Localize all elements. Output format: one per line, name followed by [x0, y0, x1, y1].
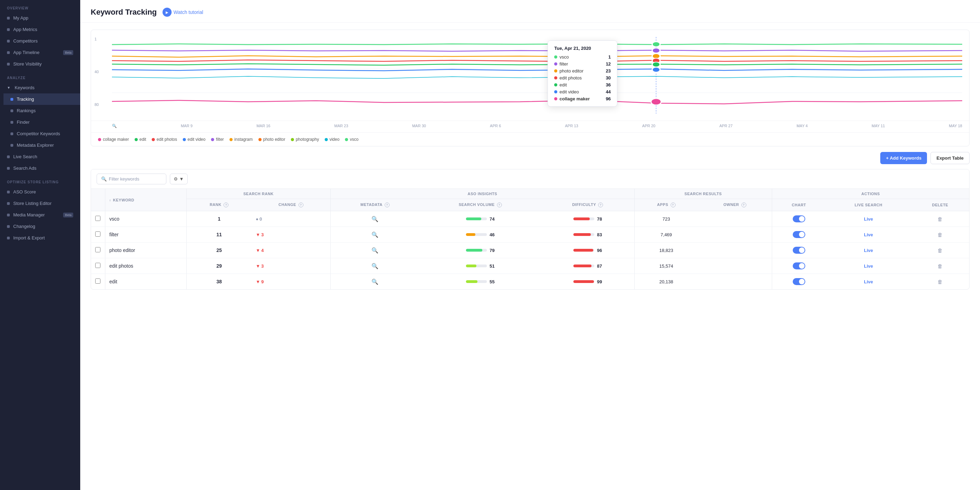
live-search-link[interactable]: Live — [864, 232, 873, 237]
sidebar-item-media-manager[interactable]: Media Manager Beta — [0, 209, 80, 220]
legend-item-edit-video[interactable]: edit video — [183, 137, 205, 142]
sidebar-item-store-listing-editor[interactable]: Store Listing Editor — [0, 198, 80, 209]
metadata-info-icon[interactable]: ? — [385, 203, 390, 207]
td-chart[interactable] — [772, 258, 826, 274]
sidebar-item-my-app[interactable]: My App — [0, 12, 80, 24]
sidebar-item-tracking[interactable]: Tracking — [3, 94, 80, 105]
row-checkbox[interactable] — [95, 216, 100, 221]
row-checkbox[interactable] — [95, 279, 100, 284]
legend-item-edit-photos[interactable]: edit photos — [152, 137, 177, 142]
td-live-search[interactable]: Live — [826, 274, 911, 290]
chart-toggle[interactable] — [793, 247, 805, 254]
search-metadata-icon[interactable]: 🔍 — [371, 247, 379, 254]
td-metadata[interactable]: 🔍 — [330, 211, 419, 227]
row-checkbox[interactable] — [95, 263, 100, 268]
td-live-search[interactable]: Live — [826, 258, 911, 274]
live-search-link[interactable]: Live — [864, 216, 873, 222]
search-metadata-icon[interactable]: 🔍 — [371, 279, 379, 285]
row-checkbox[interactable] — [95, 232, 100, 236]
legend-item-collage-maker[interactable]: collage maker — [98, 137, 129, 142]
sidebar-item-competitor-keywords[interactable]: Competitor Keywords — [3, 128, 80, 140]
legend-item-filter[interactable]: filter — [211, 137, 224, 142]
rank-info-icon[interactable]: ? — [224, 203, 228, 207]
delete-icon[interactable]: 🗑 — [937, 279, 943, 285]
sidebar-item-app-timeline[interactable]: App Timeline Beta — [0, 47, 80, 58]
td-chart[interactable] — [772, 211, 826, 227]
td-delete[interactable]: 🗑 — [911, 243, 969, 258]
td-chart[interactable] — [772, 274, 826, 290]
sidebar-item-finder[interactable]: Finder — [3, 116, 80, 128]
chart-toggle-wrap[interactable] — [776, 247, 822, 254]
sidebar-item-search-ads[interactable]: Search Ads — [0, 162, 80, 174]
td-chart[interactable] — [772, 243, 826, 258]
add-keywords-button[interactable]: + Add Keywords — [880, 152, 927, 164]
td-checkbox[interactable] — [91, 258, 105, 274]
td-checkbox[interactable] — [91, 211, 105, 227]
sidebar-item-import-export[interactable]: Import & Export — [0, 232, 80, 244]
sidebar-item-metadata-explorer[interactable]: Metadata Explorer — [3, 140, 80, 151]
delete-icon[interactable]: 🗑 — [937, 232, 943, 238]
td-delete[interactable]: 🗑 — [911, 258, 969, 274]
chart-toggle-wrap[interactable] — [776, 262, 822, 270]
sidebar-item-app-metrics[interactable]: App Metrics — [0, 24, 80, 35]
sidebar-item-rankings[interactable]: Rankings — [3, 105, 80, 116]
difficulty-info-icon[interactable]: ? — [598, 203, 603, 207]
td-live-search[interactable]: Live — [826, 227, 911, 243]
search-metadata-icon[interactable]: 🔍 — [371, 263, 379, 269]
td-checkbox[interactable] — [91, 227, 105, 243]
filter-input-wrap[interactable]: 🔍 Filter keywords — [97, 174, 166, 184]
chart-toggle-wrap[interactable] — [776, 278, 822, 285]
legend-label: vsco — [350, 137, 358, 142]
live-search-link[interactable]: Live — [864, 248, 873, 253]
legend-item-video[interactable]: video — [325, 137, 340, 142]
legend-item-vsco[interactable]: vsco — [345, 137, 358, 142]
td-rank: 29 — [186, 258, 251, 274]
td-metadata[interactable]: 🔍 — [330, 227, 419, 243]
td-metadata[interactable]: 🔍 — [330, 274, 419, 290]
live-search-link[interactable]: Live — [864, 279, 873, 284]
td-delete[interactable]: 🗑 — [911, 274, 969, 290]
legend-item-instagram[interactable]: instagram — [229, 137, 253, 142]
td-checkbox[interactable] — [91, 274, 105, 290]
live-search-link[interactable]: Live — [864, 263, 873, 269]
watch-tutorial-link[interactable]: ▶ Watch tutorial — [162, 8, 203, 17]
chart-toggle[interactable] — [793, 231, 805, 238]
chart-toggle-wrap[interactable] — [776, 216, 822, 222]
td-live-search[interactable]: Live — [826, 243, 911, 258]
export-table-button[interactable]: Export Table — [931, 152, 969, 164]
td-live-search[interactable]: Live — [826, 211, 911, 227]
td-metadata[interactable]: 🔍 — [330, 258, 419, 274]
row-checkbox[interactable] — [95, 247, 100, 252]
legend-item-edit[interactable]: edit — [135, 137, 146, 142]
apps-info-icon[interactable]: ? — [671, 203, 676, 207]
delete-icon[interactable]: 🗑 — [937, 263, 943, 269]
chart-toggle-wrap[interactable] — [776, 231, 822, 238]
legend-item-photography[interactable]: photography — [291, 137, 319, 142]
chart-toggle[interactable] — [793, 216, 805, 222]
owner-info-icon[interactable]: ? — [741, 203, 746, 207]
td-delete[interactable]: 🗑 — [911, 227, 969, 243]
sidebar-item-competitors[interactable]: Competitors — [0, 35, 80, 47]
delete-icon[interactable]: 🗑 — [937, 247, 943, 254]
sidebar-item-store-visibility[interactable]: Store Visibility — [0, 58, 80, 70]
search-metadata-icon[interactable]: 🔍 — [371, 216, 379, 222]
filter-button[interactable]: ⚙ ▼ — [170, 174, 188, 184]
chart-toggle[interactable] — [793, 278, 805, 285]
sidebar-keywords-parent[interactable]: ▼ Keywords — [0, 82, 80, 94]
table-row: photo editor 25 ▼ 4 🔍 79 — [91, 243, 969, 258]
td-chart[interactable] — [772, 227, 826, 243]
legend-item-photo-editor[interactable]: photo editor — [258, 137, 285, 142]
td-metadata[interactable]: 🔍 — [330, 243, 419, 258]
search-volume-info-icon[interactable]: ? — [497, 203, 502, 207]
change-info-icon[interactable]: ? — [299, 203, 304, 207]
overview-section-label: OVERVIEW — [0, 0, 80, 12]
sidebar-item-live-search[interactable]: Live Search — [0, 151, 80, 162]
sidebar-item-aso-score[interactable]: ASO Score — [0, 186, 80, 198]
td-delete[interactable]: 🗑 — [911, 211, 969, 227]
td-checkbox[interactable] — [91, 243, 105, 258]
search-metadata-icon[interactable]: 🔍 — [371, 232, 379, 238]
sidebar-item-changelog[interactable]: Changelog — [0, 220, 80, 232]
apps-value: 18,823 — [659, 248, 673, 253]
delete-icon[interactable]: 🗑 — [937, 216, 943, 222]
chart-toggle[interactable] — [793, 262, 805, 270]
